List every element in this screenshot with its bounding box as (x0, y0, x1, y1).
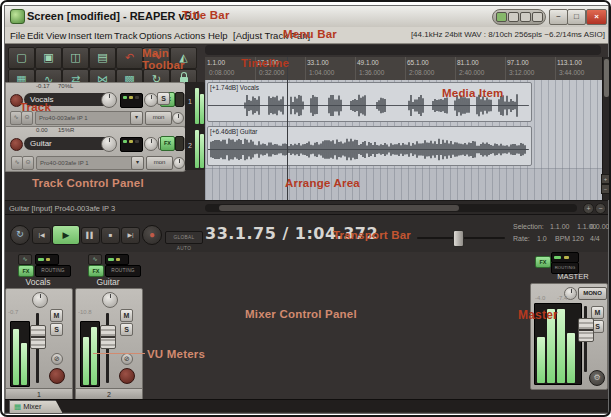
input-selector[interactable]: Pro40-003afe IP 1 (36, 156, 134, 170)
record-arm-button[interactable] (49, 368, 65, 384)
route-button[interactable] (120, 93, 143, 108)
mute-button[interactable]: M (50, 309, 63, 322)
menu-insert[interactable]: Insert (68, 30, 92, 41)
routing-button[interactable]: ROUTING (35, 265, 71, 277)
mono-button[interactable]: MONO (578, 287, 607, 300)
annotation-menu-bar: Menu Bar (283, 28, 337, 40)
env-icon[interactable]: ∿ (88, 254, 102, 265)
layout-c-button[interactable] (532, 12, 543, 22)
mixer-channel-name[interactable]: Vocals (5, 277, 71, 287)
annotation-track-control-panel: Track Control Panel (32, 177, 144, 189)
volume-knob[interactable] (101, 136, 117, 152)
menu-file[interactable]: File (10, 30, 25, 41)
pan-knob[interactable] (144, 137, 158, 151)
menu-track[interactable]: Track (114, 30, 137, 41)
zoom-out-horizontal-button[interactable]: − (595, 203, 606, 214)
layout-a-button[interactable] (508, 12, 519, 22)
rate-value[interactable]: 1.0 (537, 235, 547, 242)
volume-fader[interactable] (100, 325, 116, 349)
record-arm-button[interactable] (10, 138, 23, 151)
input-gain-button[interactable]: ⊙ (22, 156, 34, 170)
routing-button[interactable]: ROUTING (105, 265, 141, 277)
bpm-display[interactable]: BPM 120 (555, 235, 584, 242)
fx-button[interactable]: FX (88, 265, 104, 277)
horizontal-scrollbar[interactable] (205, 204, 577, 212)
menu-edit[interactable]: Edit (27, 30, 43, 41)
route-button[interactable] (120, 137, 143, 152)
record-icon[interactable]: ● (142, 225, 162, 245)
gear-icon[interactable]: ⚙ (589, 370, 605, 386)
input-dropdown-icon[interactable]: ▾ (130, 111, 143, 125)
arrange-area[interactable]: [+1.74dB] Vocals [+6.46dB] Guitar (205, 80, 602, 200)
mute-button[interactable]: M (591, 306, 604, 319)
phase-icon[interactable]: ⊘ (121, 353, 133, 365)
recmode-knob[interactable] (173, 157, 185, 169)
input-gain-button[interactable]: ⊙ (21, 111, 33, 125)
monitor-button[interactable]: mon (146, 156, 173, 170)
go-to-start-icon[interactable]: |◀ (32, 227, 51, 244)
media-item-guitar[interactable]: [+6.46dB] Guitar (207, 126, 532, 166)
horizontal-scrollbar-handle[interactable] (219, 205, 459, 211)
mixer-strip-guitar[interactable]: -10.8 M S ⊘ (75, 288, 143, 390)
fx-bypass-button[interactable] (175, 136, 184, 151)
input-selector[interactable]: Pro40-003afe IP 1 (35, 111, 133, 125)
zoom-out-vertical-button[interactable]: − (601, 184, 610, 194)
selection-start[interactable]: 1.1.00 (550, 223, 569, 230)
fx-button[interactable]: FX (535, 256, 551, 268)
new-project-icon[interactable]: ▢ (8, 47, 35, 69)
maximize-button[interactable]: □ (567, 9, 586, 25)
vertical-scrollbar-handle[interactable] (604, 59, 609, 97)
solo-button[interactable]: S (50, 323, 63, 336)
mixer-strip-master[interactable]: MONO -4.0 -7.4 M S ⚙ (530, 283, 608, 390)
theme-button[interactable] (496, 12, 507, 22)
pan-knob[interactable] (144, 93, 158, 107)
minimize-button[interactable]: − (549, 9, 568, 25)
volume-fader[interactable] (30, 325, 46, 349)
layout-b-button[interactable] (520, 12, 531, 22)
fx-button[interactable]: FX (160, 136, 175, 151)
input-dropdown-icon[interactable]: ▾ (131, 156, 144, 170)
track-vu-meter (195, 88, 199, 124)
record-arm-button[interactable] (119, 368, 135, 384)
track-panel-guitar[interactable]: 0.00 15%R Guitar M S ∿ ⊙ Pro40-003afe IP… (5, 126, 186, 172)
menu-options[interactable]: Options (139, 30, 172, 41)
zoom-in-horizontal-button[interactable]: + (583, 203, 594, 214)
fx-bypass-button[interactable] (175, 92, 184, 107)
monitor-button[interactable]: mon (145, 111, 172, 125)
open-project-icon[interactable]: ▣ (35, 47, 62, 69)
repeat-icon[interactable]: ↻ (10, 225, 30, 245)
menu-view[interactable]: View (46, 30, 66, 41)
recmode-knob[interactable] (172, 112, 184, 124)
fx-button[interactable]: FX (18, 265, 34, 277)
pan-knob[interactable] (32, 292, 48, 308)
env-icon[interactable]: ∿ (18, 254, 32, 265)
volume-knob[interactable] (101, 92, 117, 108)
global-auto-button[interactable]: GLOBAL AUTO (165, 231, 203, 244)
annotation-master: Master (518, 308, 558, 322)
go-to-end-icon[interactable]: ▶| (121, 227, 140, 244)
pause-icon[interactable]: ▌▌ (81, 227, 100, 244)
time-signature[interactable]: 4/4 (590, 235, 600, 242)
mixer-channel-name[interactable]: Guitar (75, 277, 141, 287)
phase-icon[interactable]: ⊘ (51, 353, 63, 365)
mixer-strip-vocals[interactable]: -0.7 M S ⊘ (5, 288, 73, 390)
solo-button[interactable]: S (157, 92, 170, 105)
ruler-time: 1:04.000 (309, 69, 334, 76)
zoom-in-vertical-button[interactable]: + (601, 174, 610, 184)
playrate-slider-handle[interactable] (453, 230, 464, 247)
menu-actions[interactable]: Actions (174, 30, 205, 41)
track-name[interactable]: Guitar (24, 137, 108, 150)
mixer-tab[interactable]: ▦ Mixer (9, 400, 63, 414)
menu-item[interactable]: Item (94, 30, 112, 41)
pan-knob[interactable] (102, 292, 118, 308)
undo-icon[interactable]: ↶ (116, 47, 143, 69)
save-project-icon[interactable]: ◫ (62, 47, 89, 69)
master-volume-fader[interactable] (578, 318, 594, 342)
project-settings-icon[interactable]: ▤ (89, 47, 116, 69)
close-button[interactable]: × (586, 9, 607, 25)
mute-button[interactable]: M (120, 309, 133, 322)
solo-button[interactable]: S (120, 323, 133, 336)
menu-help[interactable]: Help (208, 30, 228, 41)
stop-icon[interactable]: ■ (101, 227, 120, 244)
play-icon[interactable]: ▶ (52, 225, 80, 245)
